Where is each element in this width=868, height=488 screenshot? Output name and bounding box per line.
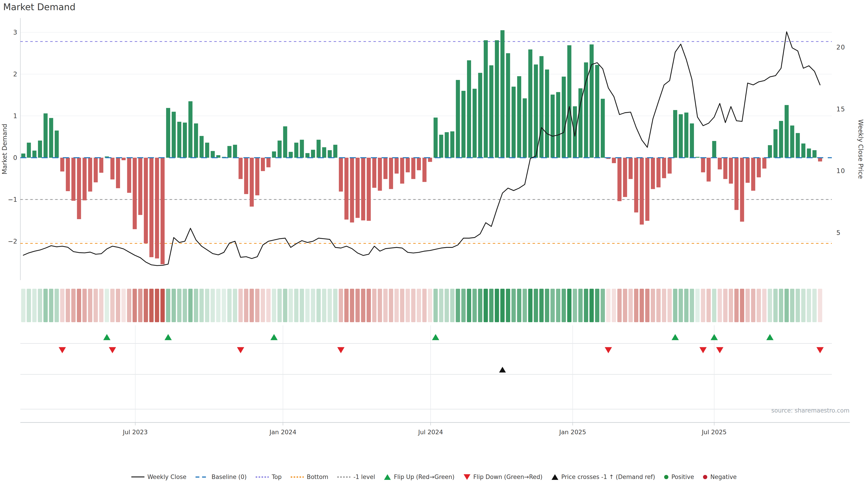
legend-item[interactable]: Bottom [291,474,328,480]
x-tick-label: Jul 2023 [123,429,148,435]
demand-bar [612,158,616,163]
heatmap-cell [790,289,794,322]
heatmap-cell [779,289,783,322]
demand-bar [779,121,783,158]
demand-bar [751,158,755,191]
demand-bar [707,158,711,182]
heatmap-cell [573,289,577,322]
demand-bar [333,145,337,158]
demand-bar [701,158,705,172]
demand-bar [523,98,527,158]
flip-down-marker [700,347,707,353]
flip-down-marker [237,347,244,353]
heatmap-cell [801,289,806,322]
demand-bar [506,53,510,158]
heatmap-cell [188,289,193,322]
x-tick-label: Jul 2024 [418,429,443,435]
demand-bar [43,113,48,158]
legend-label: Price crosses -1 ↑ (Demand ref) [561,474,655,480]
flip-up-marker [766,334,774,340]
demand-bar [406,158,410,172]
demand-bar [32,151,36,158]
demand-bar [49,118,53,158]
demand-bar [66,158,70,191]
demand-bar [278,140,282,158]
heatmap-cell [590,289,594,322]
demand-bar [355,158,360,218]
heatmap-cell [99,289,103,322]
demand-bar [818,158,822,162]
demand-bar [618,158,622,201]
demand-bar [400,158,404,184]
heatmap-cell [250,289,254,322]
demand-bar [233,145,237,158]
demand-bar [528,50,532,158]
flip-down-marker [816,347,824,353]
heatmap-cell [105,289,109,322]
legend-item[interactable]: -1 level [337,474,375,480]
chart-canvas: Market Demand 3210−1−22015105Jul 2023Jan… [0,0,868,488]
heatmap-cell [645,289,649,322]
heatmap-cell [784,289,789,322]
heatmap-cell [818,289,822,322]
heatmap-cell [400,289,404,322]
legend-item[interactable]: Flip Up (Red→Green) [384,474,454,480]
legend-label: Flip Up (Red→Green) [394,474,454,480]
demand-bar [255,158,259,195]
legend-item[interactable]: Positive [664,474,694,480]
heatmap-cell [500,289,504,322]
heatmap-cell [194,289,198,322]
legend-item[interactable]: Baseline (0) [195,474,247,480]
flip-down-marker [59,347,66,353]
heatmap-cell [133,289,137,322]
demand-bar [601,99,605,158]
heatmap-cell [434,289,438,322]
demand-bar [350,158,354,223]
legend-label: Positive [671,474,694,480]
heatmap-cell [762,289,767,322]
heatmap-cell [27,289,31,322]
demand-bar [133,158,137,229]
legend-swatch-dot-icon [703,475,707,479]
demand-bar [211,151,215,158]
legend-item[interactable]: Flip Down (Green→Red) [464,474,542,480]
legend-item[interactable]: Price crosses -1 ↑ (Demand ref) [552,474,655,480]
heatmap-cell [690,289,694,322]
heatmap-cell [679,289,683,322]
demand-bar [305,153,309,158]
demand-bar [378,158,382,191]
heatmap-cell [389,289,393,322]
heatmap-cell [495,289,499,322]
heatmap-cell [350,289,354,322]
heatmap-cell [729,289,733,322]
heatmap-cell [768,289,772,322]
heatmap-cell [595,289,599,322]
heatmap-cell [244,289,248,322]
heatmap-cell [567,289,571,322]
heatmap-cell [116,289,120,322]
heatmap-cell [773,289,778,322]
heatmap-cell [723,289,727,322]
demand-bar [723,158,727,179]
legend-swatch-dots-icon [337,477,350,478]
heatmap-cell [166,289,170,322]
legend-item[interactable]: Negative [703,474,737,480]
heatmap-cell [294,289,298,322]
heatmap-cell [94,289,98,322]
heatmap-cell [272,289,276,322]
flip-up-marker [711,334,718,340]
heatmap-cell [712,289,716,322]
heatmap-cell [77,289,81,322]
demand-bar [294,142,298,158]
heatmap-cell [634,289,638,322]
demand-bar [684,112,688,158]
heatmap-cell [305,289,310,322]
demand-bar [784,105,789,158]
left-tick-label: 1 [13,112,17,120]
heatmap-cell [472,289,477,322]
legend-item[interactable]: Weekly Close [131,474,186,480]
heatmap-cell [32,289,37,322]
x-tick-label: Jul 2025 [702,429,727,435]
legend-item[interactable]: Top [256,474,282,480]
demand-bar [500,30,504,158]
